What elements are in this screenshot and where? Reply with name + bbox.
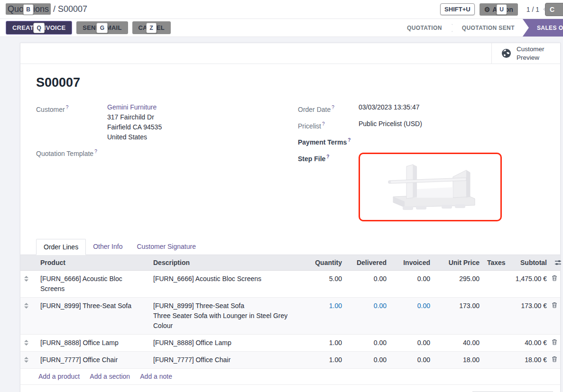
- cell-description[interactable]: [FURN_6666] Acoustic Bloc Screens: [149, 270, 295, 297]
- pricelist-value[interactable]: Public Pricelist (USD): [359, 119, 553, 131]
- tab-order-lines[interactable]: Order Lines: [36, 239, 86, 255]
- col-delivered[interactable]: Delivered: [346, 255, 390, 271]
- delete-row-button[interactable]: [551, 270, 560, 297]
- drag-handle-icon[interactable]: [20, 334, 37, 351]
- edge-clipped-button-label: C: [550, 6, 554, 13]
- table-row[interactable]: [FURN_8888] Office Lamp [FURN_8888] Offi…: [20, 334, 560, 351]
- payment-terms-input[interactable]: [359, 135, 553, 147]
- cell-quantity[interactable]: 1.00: [295, 334, 346, 351]
- col-invoiced[interactable]: Invoiced: [390, 255, 434, 271]
- address-line: United States: [107, 132, 279, 142]
- cell-unit-price[interactable]: 173.00: [434, 297, 483, 334]
- send-email-button[interactable]: SEND EMAIL G: [76, 21, 128, 34]
- cell-product[interactable]: [FURN_6666] Acoustic Bloc Screens: [37, 270, 149, 297]
- add-product-link[interactable]: Add a product: [38, 373, 80, 380]
- cell-product[interactable]: [FURN_7777] Office Chair: [37, 351, 149, 368]
- cell-invoiced[interactable]: 0.00: [390, 334, 434, 351]
- customer-link[interactable]: Gemini Furniture: [107, 102, 279, 112]
- quotation-template-label: Quotation Template?: [36, 146, 107, 159]
- cell-delivered[interactable]: 0.00: [346, 270, 390, 297]
- help-icon: ?: [94, 149, 97, 154]
- table-row[interactable]: [FURN_7777] Office Chair [FURN_7777] Off…: [20, 351, 560, 368]
- add-section-link[interactable]: Add a section: [90, 373, 130, 380]
- help-icon: ?: [66, 105, 69, 110]
- globe-icon: [501, 48, 511, 58]
- delete-row-button[interactable]: [551, 351, 560, 368]
- cancel-button[interactable]: CANCEL Z: [132, 21, 171, 34]
- col-product[interactable]: Product: [37, 255, 149, 271]
- keyboard-hint-q: Q: [33, 23, 45, 33]
- cell-unit-price[interactable]: 40.00: [434, 334, 483, 351]
- optional-columns-header: [551, 255, 560, 271]
- cell-unit-price[interactable]: 18.00: [434, 351, 483, 368]
- breadcrumb: Quotations B: [6, 4, 51, 14]
- col-subtotal[interactable]: Subtotal: [510, 255, 551, 271]
- step-file-image[interactable]: [359, 153, 502, 221]
- cell-product[interactable]: [FURN_8888] Office Lamp: [37, 334, 149, 351]
- action-menu-button[interactable]: ⚙ Action U: [480, 3, 518, 16]
- sheet-body: S00007 Customer? Gemini Furniture 317 Fa…: [20, 75, 560, 226]
- control-bar: CREATE INVOICE Q SEND EMAIL G CANCEL Z Q…: [0, 19, 563, 37]
- table-row[interactable]: [FURN_8999] Three-Seat Sofa [FURN_8999] …: [20, 297, 560, 334]
- edge-clipped-button[interactable]: C: [545, 3, 563, 16]
- breadcrumb-current: / S00007: [51, 4, 87, 14]
- delete-row-button[interactable]: [551, 297, 560, 334]
- col-taxes[interactable]: Taxes: [483, 255, 510, 271]
- cell-taxes[interactable]: [483, 351, 510, 368]
- status-step-quotation-sent[interactable]: QUOTATION SENT: [452, 19, 524, 36]
- customer-preview-button[interactable]: Customer Preview: [491, 43, 560, 64]
- sheet-top-strip: Customer Preview: [20, 43, 560, 64]
- status-step-sales-order[interactable]: SALES ORDER: [523, 19, 563, 36]
- cell-description[interactable]: [FURN_8888] Office Lamp: [149, 334, 295, 351]
- customer-value: Gemini Furniture 317 Fairchild Dr Fairfi…: [107, 102, 279, 142]
- drag-handle-icon[interactable]: [20, 270, 37, 297]
- line-add-links: Add a product Add a section Add a note: [20, 369, 560, 385]
- cell-description[interactable]: [FURN_7777] Office Chair: [149, 351, 295, 368]
- add-note-link[interactable]: Add a note: [140, 373, 172, 380]
- cell-invoiced[interactable]: 0.00: [390, 270, 434, 297]
- status-bar: QUOTATION QUOTATION SENT SALES ORDER: [397, 19, 563, 36]
- drag-handle-icon[interactable]: [20, 297, 37, 334]
- step-file-3d-part: [373, 160, 487, 214]
- cell-invoiced[interactable]: 0.00: [390, 351, 434, 368]
- help-icon: ?: [332, 105, 334, 110]
- order-date-value[interactable]: 03/03/2023 13:35:47: [359, 102, 553, 115]
- col-description[interactable]: Description: [149, 255, 295, 271]
- address-line: 317 Fairchild Dr: [107, 112, 279, 122]
- cell-quantity[interactable]: 1.00: [295, 297, 346, 334]
- cell-description[interactable]: [FURN_8999] Three-Seat Sofa Three Seater…: [149, 297, 295, 334]
- cell-delivered[interactable]: 0.00: [346, 351, 390, 368]
- cell-quantity[interactable]: 1.00: [295, 351, 346, 368]
- description-line: [FURN_8999] Three-Seat Sofa: [153, 301, 291, 311]
- cell-quantity[interactable]: 5.00: [295, 270, 346, 297]
- tab-customer-signature[interactable]: Customer Signature: [129, 239, 203, 255]
- tab-other-info[interactable]: Other Info: [86, 239, 129, 255]
- cell-taxes[interactable]: [483, 334, 510, 351]
- delete-row-button[interactable]: [551, 334, 560, 351]
- cell-delivered[interactable]: 0.00: [346, 297, 390, 334]
- help-icon: ?: [348, 137, 351, 143]
- page-title: S00007: [36, 75, 553, 90]
- cell-delivered[interactable]: 0.00: [346, 334, 390, 351]
- cell-unit-price[interactable]: 295.00: [434, 270, 483, 297]
- field-column-left: Customer? Gemini Furniture 317 Fairchild…: [36, 102, 279, 226]
- field-grid: Customer? Gemini Furniture 317 Fairchild…: [36, 102, 553, 226]
- quotation-template-input[interactable]: [107, 146, 279, 159]
- cell-product[interactable]: [FURN_8999] Three-Seat Sofa: [37, 297, 149, 334]
- pager-counter: 1 / 1: [526, 6, 539, 13]
- cell-taxes[interactable]: [483, 270, 510, 297]
- cell-taxes[interactable]: [483, 297, 510, 334]
- cell-invoiced[interactable]: 0.00: [390, 297, 434, 334]
- handle-column-header: [20, 255, 37, 271]
- status-step-quotation[interactable]: QUOTATION: [397, 19, 452, 36]
- create-invoice-button[interactable]: CREATE INVOICE Q: [6, 21, 72, 35]
- optional-columns-icon[interactable]: [554, 259, 562, 266]
- customer-label: Customer?: [36, 102, 107, 142]
- notebook-tabs: Order Lines Other Info Customer Signatur…: [20, 239, 560, 255]
- table-row[interactable]: [FURN_6666] Acoustic Bloc Screens [FURN_…: [20, 270, 560, 297]
- top-bar: Quotations B / S00007 SHIFT+U ⚙ Action U…: [0, 0, 563, 19]
- drag-handle-icon[interactable]: [20, 351, 37, 368]
- col-unit-price[interactable]: Unit Price: [434, 255, 483, 271]
- col-quantity[interactable]: Quantity: [295, 255, 346, 271]
- cell-subtotal: 18.00 €: [510, 351, 551, 368]
